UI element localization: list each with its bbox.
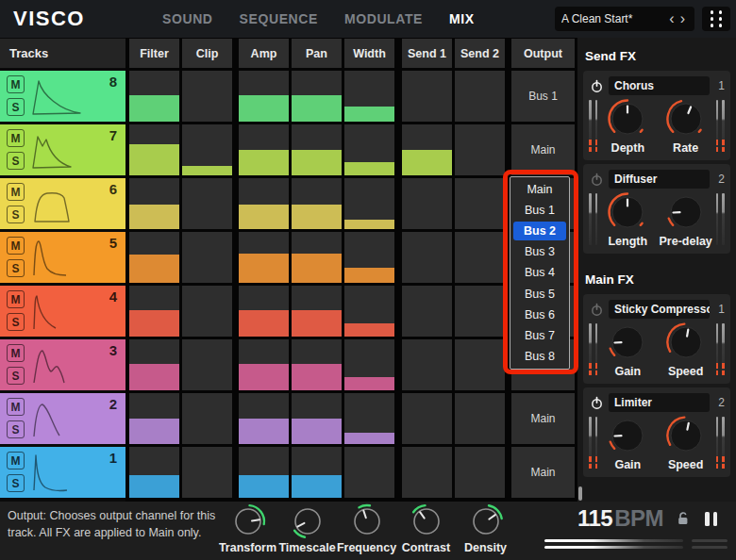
grid-cell-send2-track-6[interactable] xyxy=(455,178,505,229)
grid-cell-send1-track-4[interactable] xyxy=(402,286,452,337)
grid-cell-send1-track-5[interactable] xyxy=(402,232,452,283)
preset-name[interactable]: A Clean Start* xyxy=(561,12,666,25)
macro-knob-contrast[interactable]: Contrast xyxy=(396,502,456,554)
output-cell-track-1[interactable]: Main xyxy=(511,447,575,498)
grid-cell-clip-track-3[interactable] xyxy=(182,339,232,390)
grid-cell-filter-track-5[interactable] xyxy=(129,232,179,283)
grid-cell-amp-track-3[interactable] xyxy=(239,339,289,390)
track-row-3[interactable]: MS3 xyxy=(0,339,125,390)
mute-button-track-5[interactable]: M xyxy=(7,237,25,255)
knob-dial-icon[interactable] xyxy=(606,190,649,238)
power-toggle-diffuser[interactable] xyxy=(589,172,604,187)
grid-cell-clip-track-4[interactable] xyxy=(182,286,232,337)
dropdown-option-bus-4[interactable]: Bus 4 xyxy=(513,263,566,282)
mute-button-track-7[interactable]: M xyxy=(7,129,25,147)
preset-next-button[interactable]: › xyxy=(677,11,688,26)
pause-button[interactable] xyxy=(705,512,717,526)
grid-cell-width-track-2[interactable] xyxy=(344,393,394,444)
dropdown-option-bus-3[interactable]: Bus 3 xyxy=(513,242,566,261)
knob-dial-icon[interactable] xyxy=(466,502,506,545)
grid-cell-filter-track-6[interactable] xyxy=(129,178,179,229)
track-row-4[interactable]: MS4 xyxy=(0,286,125,337)
bpm-value[interactable]: 115 xyxy=(577,505,612,532)
solo-button-track-4[interactable]: S xyxy=(7,313,25,331)
knob-gain[interactable]: Gain xyxy=(600,414,655,471)
grid-cell-clip-track-1[interactable] xyxy=(182,447,232,498)
tab-sequence[interactable]: SEQUENCE xyxy=(240,11,318,26)
power-toggle-chorus[interactable] xyxy=(589,78,604,93)
macro-knob-density[interactable]: Density xyxy=(456,502,515,554)
grid-cell-pan-track-8[interactable] xyxy=(292,71,342,122)
track-row-6[interactable]: MS6 xyxy=(0,178,125,229)
knob-speed[interactable]: Speed xyxy=(659,414,713,471)
track-row-5[interactable]: MS5 xyxy=(0,232,125,283)
grid-cell-clip-track-2[interactable] xyxy=(182,393,232,444)
grid-cell-send1-track-1[interactable] xyxy=(402,447,452,498)
grid-cell-width-track-5[interactable] xyxy=(344,232,394,283)
knob-dial-icon[interactable] xyxy=(664,97,708,144)
tab-sound[interactable]: SOUND xyxy=(162,11,213,26)
grid-cell-pan-track-7[interactable] xyxy=(292,124,342,175)
grid-cell-pan-track-1[interactable] xyxy=(292,447,342,498)
knob-depth[interactable]: Depth xyxy=(600,97,655,155)
fx-name-box[interactable]: Diffuser xyxy=(609,170,710,189)
grid-cell-filter-track-3[interactable] xyxy=(129,339,179,390)
grid-cell-clip-track-7[interactable] xyxy=(182,124,232,175)
knob-dial-icon[interactable] xyxy=(606,97,649,144)
mute-button-track-3[interactable]: M xyxy=(7,344,25,362)
grid-cell-pan-track-6[interactable] xyxy=(292,178,342,229)
power-toggle-limiter[interactable] xyxy=(589,395,604,410)
grid-cell-send2-track-1[interactable] xyxy=(455,447,505,498)
grid-cell-pan-track-3[interactable] xyxy=(292,339,342,390)
solo-button-track-1[interactable]: S xyxy=(7,474,25,492)
knob-dial-icon[interactable] xyxy=(347,502,387,545)
grid-cell-filter-track-8[interactable] xyxy=(129,71,179,122)
grid-cell-filter-track-7[interactable] xyxy=(129,124,179,175)
power-toggle-sticky-compressor[interactable] xyxy=(589,302,604,317)
grid-cell-width-track-4[interactable] xyxy=(344,286,394,337)
grid-cell-amp-track-5[interactable] xyxy=(239,232,289,283)
grid-cell-send1-track-8[interactable] xyxy=(402,71,452,122)
solo-button-track-3[interactable]: S xyxy=(7,367,25,385)
knob-dial-icon[interactable] xyxy=(606,321,649,368)
fx-name-box[interactable]: Chorus xyxy=(609,76,710,95)
solo-button-track-7[interactable]: S xyxy=(7,152,25,170)
grid-cell-clip-track-6[interactable] xyxy=(182,178,232,229)
dropdown-option-bus-2[interactable]: Bus 2 xyxy=(513,222,566,240)
track-row-2[interactable]: MS2 xyxy=(0,393,125,444)
dropdown-option-main[interactable]: Main xyxy=(513,180,566,199)
preset-prev-button[interactable]: ‹ xyxy=(666,11,677,26)
knob-length[interactable]: Length xyxy=(600,190,655,248)
mute-button-track-2[interactable]: M xyxy=(7,398,25,416)
output-cell-track-2[interactable]: Main xyxy=(511,393,575,444)
output-cell-track-7[interactable]: Main xyxy=(511,124,575,175)
app-menu-button[interactable] xyxy=(702,7,730,31)
solo-button-track-8[interactable]: S xyxy=(7,98,25,116)
dropdown-option-bus-5[interactable]: Bus 5 xyxy=(513,285,566,304)
grid-cell-pan-track-2[interactable] xyxy=(292,393,342,444)
knob-speed[interactable]: Speed xyxy=(659,321,713,378)
grid-cell-amp-track-4[interactable] xyxy=(239,286,289,337)
fx-name-box[interactable]: Sticky Compressor xyxy=(609,300,710,319)
knob-dial-icon[interactable] xyxy=(664,321,708,368)
grid-cell-filter-track-4[interactable] xyxy=(129,286,179,337)
grid-cell-clip-track-8[interactable] xyxy=(182,71,232,122)
knob-pre-delay[interactable]: Pre-delay xyxy=(659,190,713,248)
track-row-1[interactable]: MS1 xyxy=(0,447,125,498)
track-row-7[interactable]: MS7 xyxy=(0,124,125,175)
solo-button-track-2[interactable]: S xyxy=(7,420,25,438)
tempo-lock-button[interactable] xyxy=(676,511,691,526)
macro-knob-transform[interactable]: Transform xyxy=(218,502,277,554)
grid-cell-send1-track-3[interactable] xyxy=(402,339,452,390)
knob-dial-icon[interactable] xyxy=(407,502,446,545)
mute-button-track-8[interactable]: M xyxy=(7,75,25,93)
grid-cell-send2-track-7[interactable] xyxy=(455,124,505,175)
fx-panel-scrollbar[interactable] xyxy=(578,486,582,501)
tab-modulate[interactable]: MODULATE xyxy=(344,11,423,26)
grid-cell-pan-track-4[interactable] xyxy=(292,286,342,337)
grid-cell-width-track-1[interactable] xyxy=(344,447,394,498)
fx-name-box[interactable]: Limiter xyxy=(609,393,710,412)
knob-rate[interactable]: Rate xyxy=(659,97,713,155)
grid-cell-send1-track-7[interactable] xyxy=(402,124,452,175)
macro-knob-frequency[interactable]: Frequency xyxy=(337,502,396,554)
